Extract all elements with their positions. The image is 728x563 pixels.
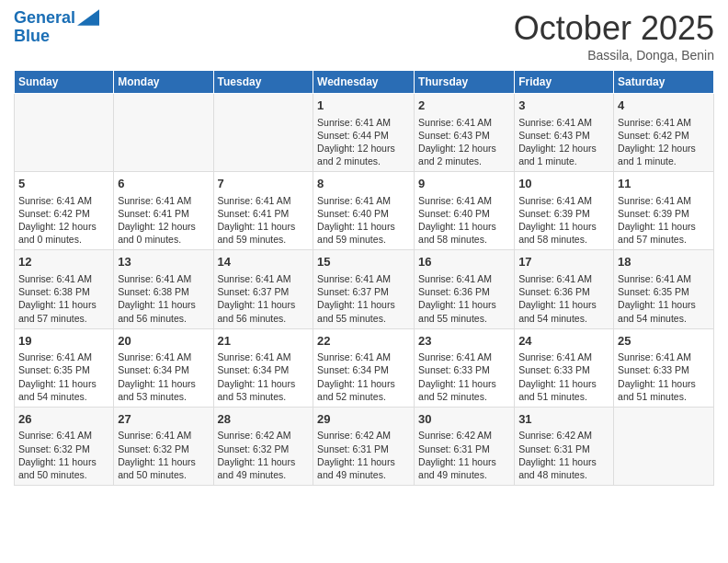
col-header-wednesday: Wednesday [313,71,415,94]
logo-blue: Blue [14,28,99,46]
day-cell: 3Sunrise: 6:41 AMSunset: 6:43 PMDaylight… [515,94,614,172]
day-info: Sunrise: 6:41 AMSunset: 6:33 PMDaylight:… [518,350,609,403]
day-number: 2 [418,98,510,114]
day-info: Sunrise: 6:41 AMSunset: 6:36 PMDaylight:… [418,272,510,325]
day-cell: 5Sunrise: 6:41 AMSunset: 6:42 PMDaylight… [15,172,114,250]
day-info: Sunrise: 6:41 AMSunset: 6:40 PMDaylight:… [317,194,410,247]
day-info: Sunrise: 6:41 AMSunset: 6:38 PMDaylight:… [18,272,109,325]
week-row-3: 12Sunrise: 6:41 AMSunset: 6:38 PMDayligh… [15,250,714,328]
day-number: 27 [118,411,209,428]
day-number: 10 [518,176,609,192]
week-row-5: 26Sunrise: 6:41 AMSunset: 6:32 PMDayligh… [15,407,714,485]
day-info: Sunrise: 6:42 AMSunset: 6:31 PMDaylight:… [518,429,609,481]
day-cell [114,94,213,172]
day-info: Sunrise: 6:41 AMSunset: 6:39 PMDaylight:… [518,194,609,247]
day-cell: 14Sunrise: 6:41 AMSunset: 6:37 PMDayligh… [213,250,313,328]
day-number: 13 [118,254,209,270]
day-info: Sunrise: 6:41 AMSunset: 6:38 PMDaylight:… [118,272,209,325]
day-cell: 7Sunrise: 6:41 AMSunset: 6:41 PMDaylight… [213,172,313,250]
logo-icon [77,8,99,27]
day-number: 23 [418,333,510,350]
title-block: October 2025 Bassila, Donga, Benin [514,9,714,63]
day-number: 20 [118,333,209,350]
week-row-4: 19Sunrise: 6:41 AMSunset: 6:35 PMDayligh… [15,328,714,407]
day-number: 29 [317,411,410,428]
day-cell: 2Sunrise: 6:41 AMSunset: 6:43 PMDaylight… [415,94,515,172]
day-cell: 13Sunrise: 6:41 AMSunset: 6:38 PMDayligh… [114,250,213,328]
day-info: Sunrise: 6:41 AMSunset: 6:37 PMDaylight:… [218,272,310,325]
day-number: 26 [18,411,109,428]
day-info: Sunrise: 6:41 AMSunset: 6:39 PMDaylight:… [618,194,710,247]
week-row-1: 1Sunrise: 6:41 AMSunset: 6:44 PMDaylight… [15,94,714,172]
col-header-thursday: Thursday [415,71,515,94]
day-cell: 20Sunrise: 6:41 AMSunset: 6:34 PMDayligh… [114,328,213,407]
day-info: Sunrise: 6:41 AMSunset: 6:41 PMDaylight:… [218,194,310,247]
day-cell: 16Sunrise: 6:41 AMSunset: 6:36 PMDayligh… [415,250,515,328]
day-number: 6 [118,176,209,192]
day-number: 31 [518,411,609,428]
day-info: Sunrise: 6:41 AMSunset: 6:33 PMDaylight:… [418,350,510,403]
logo: General Blue [14,9,99,46]
day-cell: 10Sunrise: 6:41 AMSunset: 6:39 PMDayligh… [515,172,614,250]
day-number: 8 [317,176,410,192]
day-number: 19 [18,333,109,350]
day-info: Sunrise: 6:42 AMSunset: 6:31 PMDaylight:… [418,429,510,481]
col-header-friday: Friday [515,71,614,94]
logo-general: General [14,9,75,28]
day-cell [15,94,114,172]
col-header-tuesday: Tuesday [213,71,313,94]
day-cell: 25Sunrise: 6:41 AMSunset: 6:33 PMDayligh… [614,328,714,407]
day-cell: 18Sunrise: 6:41 AMSunset: 6:35 PMDayligh… [614,250,714,328]
day-cell: 17Sunrise: 6:41 AMSunset: 6:36 PMDayligh… [515,250,614,328]
day-info: Sunrise: 6:42 AMSunset: 6:31 PMDaylight:… [317,429,410,481]
day-number: 7 [218,176,310,192]
day-number: 1 [317,98,410,114]
day-cell: 24Sunrise: 6:41 AMSunset: 6:33 PMDayligh… [515,328,614,407]
day-cell: 1Sunrise: 6:41 AMSunset: 6:44 PMDaylight… [313,94,415,172]
day-number: 14 [218,254,310,270]
day-info: Sunrise: 6:41 AMSunset: 6:41 PMDaylight:… [118,194,209,247]
day-number: 28 [218,411,310,428]
day-cell: 11Sunrise: 6:41 AMSunset: 6:39 PMDayligh… [614,172,714,250]
day-cell: 23Sunrise: 6:41 AMSunset: 6:33 PMDayligh… [415,328,515,407]
col-header-saturday: Saturday [614,71,714,94]
day-number: 22 [317,333,410,350]
day-number: 4 [618,98,710,114]
day-info: Sunrise: 6:41 AMSunset: 6:32 PMDaylight:… [18,429,109,481]
day-cell: 4Sunrise: 6:41 AMSunset: 6:42 PMDaylight… [614,94,714,172]
day-number: 3 [518,98,609,114]
day-info: Sunrise: 6:41 AMSunset: 6:35 PMDaylight:… [18,350,109,403]
day-cell: 27Sunrise: 6:41 AMSunset: 6:32 PMDayligh… [114,407,213,485]
day-number: 9 [418,176,510,192]
day-number: 17 [518,254,609,270]
month-title: October 2025 [514,9,714,48]
day-number: 21 [218,333,310,350]
page-container: General Blue October 2025 Bassila, Donga… [0,0,728,495]
day-cell: 26Sunrise: 6:41 AMSunset: 6:32 PMDayligh… [15,407,114,485]
day-info: Sunrise: 6:41 AMSunset: 6:43 PMDaylight:… [518,116,609,168]
day-info: Sunrise: 6:41 AMSunset: 6:33 PMDaylight:… [618,350,710,403]
day-number: 11 [618,176,710,192]
day-number: 25 [618,333,710,350]
day-cell [614,407,714,485]
day-cell: 31Sunrise: 6:42 AMSunset: 6:31 PMDayligh… [515,407,614,485]
day-cell: 28Sunrise: 6:42 AMSunset: 6:32 PMDayligh… [213,407,313,485]
day-cell [213,94,313,172]
day-info: Sunrise: 6:41 AMSunset: 6:44 PMDaylight:… [317,116,410,168]
day-info: Sunrise: 6:41 AMSunset: 6:32 PMDaylight:… [118,429,209,481]
day-info: Sunrise: 6:41 AMSunset: 6:42 PMDaylight:… [18,194,109,247]
day-cell: 21Sunrise: 6:41 AMSunset: 6:34 PMDayligh… [213,328,313,407]
day-info: Sunrise: 6:41 AMSunset: 6:37 PMDaylight:… [317,272,410,325]
day-cell: 12Sunrise: 6:41 AMSunset: 6:38 PMDayligh… [15,250,114,328]
day-number: 15 [317,254,410,270]
day-number: 18 [618,254,710,270]
day-cell: 19Sunrise: 6:41 AMSunset: 6:35 PMDayligh… [15,328,114,407]
day-info: Sunrise: 6:41 AMSunset: 6:34 PMDaylight:… [118,350,209,403]
day-cell: 15Sunrise: 6:41 AMSunset: 6:37 PMDayligh… [313,250,415,328]
day-cell: 8Sunrise: 6:41 AMSunset: 6:40 PMDaylight… [313,172,415,250]
day-number: 12 [18,254,109,270]
day-info: Sunrise: 6:41 AMSunset: 6:40 PMDaylight:… [418,194,510,247]
header-row: SundayMondayTuesdayWednesdayThursdayFrid… [15,71,714,94]
day-cell: 9Sunrise: 6:41 AMSunset: 6:40 PMDaylight… [415,172,515,250]
col-header-sunday: Sunday [15,71,114,94]
